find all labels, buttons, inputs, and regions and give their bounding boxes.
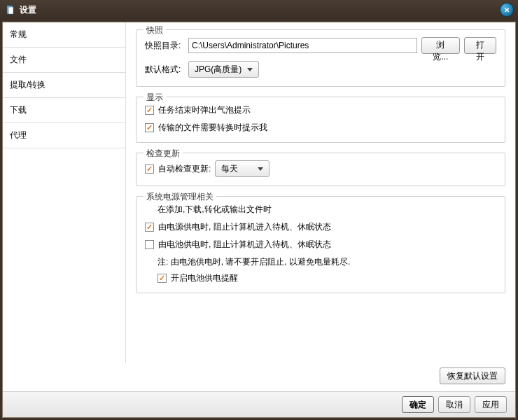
format-select[interactable]: JPG(高质量) xyxy=(188,61,259,78)
settings-window: 设置 ✕ 常规 文件 提取/转换 下载 代理 快照 快照目录: xyxy=(0,0,518,420)
power-desc: 在添加,下载,转化或输出文件时 xyxy=(158,204,496,216)
group-legend: 快照 xyxy=(144,24,166,36)
select-value: 每天 xyxy=(221,163,238,175)
group-legend: 系统电源管理相关 xyxy=(144,191,216,203)
convert-checkbox[interactable] xyxy=(145,123,154,132)
battery-power-label: 由电池供电时, 阻止计算机进入待机、休眠状态 xyxy=(158,239,331,251)
tab-label: 文件 xyxy=(10,55,27,64)
browse-button[interactable]: 浏览... xyxy=(421,37,461,54)
sidebar: 常规 文件 提取/转换 下载 代理 xyxy=(3,22,126,363)
power-note: 注: 由电池供电时, 请不要开启阻止, 以避免电量耗尽. xyxy=(158,256,496,268)
tab-label: 提取/转换 xyxy=(10,80,46,90)
snapshot-group: 快照 快照目录: 浏览... 打开 默认格式: JPG(高质量) xyxy=(136,29,505,87)
svg-rect-1 xyxy=(8,7,13,14)
ok-button[interactable]: 确定 xyxy=(402,396,434,413)
snapshot-dir-input[interactable] xyxy=(188,38,417,53)
settings-panel: 快照 快照目录: 浏览... 打开 默认格式: JPG(高质量) 显示 xyxy=(126,22,515,363)
cancel-button[interactable]: 取消 xyxy=(438,396,470,413)
select-value: JPG(高质量) xyxy=(195,64,241,76)
tab-proxy[interactable]: 代理 xyxy=(3,123,125,148)
balloon-label: 任务结束时弹出气泡提示 xyxy=(158,104,251,116)
update-group: 检查更新 自动检查更新: 每天 xyxy=(136,153,505,186)
display-group: 显示 任务结束时弹出气泡提示 传输的文件需要转换时提示我 xyxy=(136,97,505,143)
close-button[interactable]: ✕ xyxy=(500,3,514,17)
battery-power-checkbox[interactable] xyxy=(145,240,154,249)
tab-file[interactable]: 文件 xyxy=(3,48,125,73)
battery-remind-checkbox[interactable] xyxy=(158,274,167,283)
titlebar: 设置 ✕ xyxy=(0,0,518,20)
restore-defaults-button[interactable]: 恢复默认设置 xyxy=(440,368,505,384)
tab-label: 下载 xyxy=(10,105,27,115)
balloon-checkbox[interactable] xyxy=(145,106,154,115)
content: 常规 文件 提取/转换 下载 代理 快照 快照目录: 浏览... 打开 xyxy=(2,22,516,418)
open-button[interactable]: 打开 xyxy=(464,37,496,54)
format-label: 默认格式: xyxy=(145,64,184,76)
convert-label: 传输的文件需要转换时提示我 xyxy=(158,122,267,134)
tab-label: 常规 xyxy=(10,29,27,39)
tab-download[interactable]: 下载 xyxy=(3,98,125,123)
power-group: 系统电源管理相关 在添加,下载,转化或输出文件时 由电源供电时, 阻止计算机进入… xyxy=(136,196,505,293)
main-area: 常规 文件 提取/转换 下载 代理 快照 快照目录: 浏览... 打开 xyxy=(3,22,515,363)
tab-general[interactable]: 常规 xyxy=(3,22,125,48)
app-icon xyxy=(6,5,15,15)
apply-button[interactable]: 应用 xyxy=(475,396,507,413)
tab-label: 代理 xyxy=(10,130,27,140)
group-legend: 显示 xyxy=(144,92,166,104)
panel-footer: 恢复默认设置 xyxy=(3,363,515,391)
tab-extract-convert[interactable]: 提取/转换 xyxy=(3,73,125,98)
window-title: 设置 xyxy=(20,4,36,16)
ac-power-checkbox[interactable] xyxy=(145,223,154,232)
dialog-footer: 确定 取消 应用 xyxy=(3,391,515,417)
snapshot-dir-label: 快照目录: xyxy=(145,40,184,52)
ac-power-label: 由电源供电时, 阻止计算机进入待机、休眠状态 xyxy=(158,221,331,233)
battery-remind-label: 开启电池供电提醒 xyxy=(171,272,238,284)
auto-update-checkbox[interactable] xyxy=(145,164,154,174)
auto-update-label: 自动检查更新: xyxy=(158,163,211,175)
update-frequency-select[interactable]: 每天 xyxy=(215,160,270,177)
group-legend: 检查更新 xyxy=(144,148,183,160)
